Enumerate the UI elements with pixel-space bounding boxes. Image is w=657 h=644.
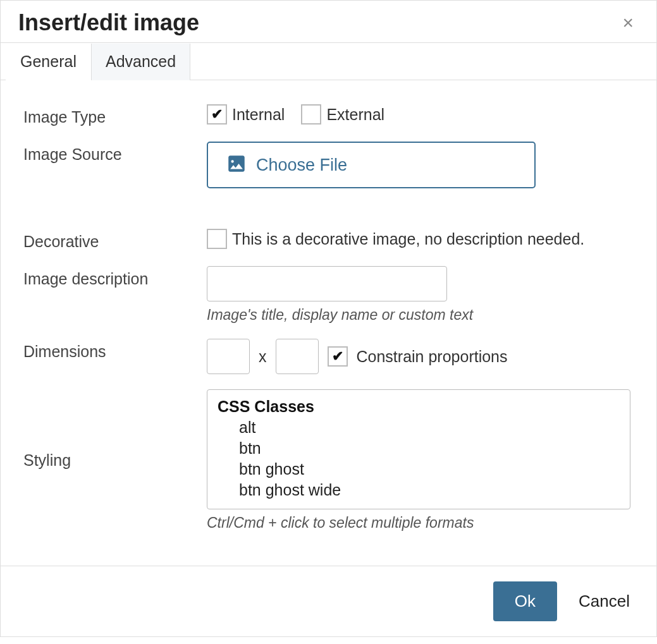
row-image-description: Image description Image's title, display…	[23, 266, 634, 324]
image-type-options: Internal External	[207, 104, 634, 125]
styling-listbox[interactable]: CSS Classes alt btn btn ghost btn ghost …	[207, 389, 630, 509]
image-description-input[interactable]	[207, 266, 447, 301]
checkbox-constrain[interactable]	[328, 346, 348, 367]
checkbox-external[interactable]	[301, 104, 321, 125]
label-image-type: Image Type	[23, 104, 207, 126]
styling-option[interactable]: btn ghost wide	[218, 480, 620, 501]
styling-option[interactable]: alt	[218, 417, 620, 438]
close-icon[interactable]: ×	[617, 11, 639, 35]
label-constrain: Constrain proportions	[357, 348, 508, 366]
dimensions-separator: x	[259, 348, 267, 366]
choose-file-button[interactable]: Choose File	[207, 142, 536, 188]
label-external: External	[326, 106, 384, 124]
checkbox-internal[interactable]	[207, 104, 227, 125]
image-description-hint: Image's title, display name or custom te…	[207, 307, 634, 324]
styling-group-header: CSS Classes	[218, 398, 620, 416]
dialog-header: Insert/edit image ×	[1, 1, 656, 42]
row-styling: Styling CSS Classes alt btn btn ghost bt…	[23, 389, 634, 532]
label-styling: Styling	[23, 451, 207, 470]
label-dimensions: Dimensions	[23, 339, 207, 361]
ok-button[interactable]: Ok	[493, 581, 557, 621]
styling-option[interactable]: btn ghost	[218, 459, 620, 480]
row-image-type: Image Type Internal External	[23, 104, 634, 126]
tab-general[interactable]: General	[6, 44, 91, 80]
decorative-option: This is a decorative image, no descripti…	[207, 229, 634, 249]
image-icon	[226, 153, 247, 177]
label-image-source: Image Source	[23, 142, 207, 164]
dimensions-fields: x Constrain proportions	[207, 339, 634, 374]
label-internal: Internal	[232, 106, 285, 124]
dialog-title: Insert/edit image	[18, 9, 199, 36]
width-input[interactable]	[207, 339, 250, 374]
row-image-source: Image Source Choose File	[23, 142, 634, 188]
cancel-button[interactable]: Cancel	[575, 591, 634, 612]
dialog-footer: Ok Cancel	[1, 566, 656, 636]
insert-edit-image-dialog: Insert/edit image × General Advanced Ima…	[0, 0, 657, 637]
tab-advanced[interactable]: Advanced	[91, 44, 190, 80]
styling-hint: Ctrl/Cmd + click to select multiple form…	[207, 514, 634, 532]
checkbox-decorative[interactable]	[207, 229, 227, 249]
tab-bar: General Advanced	[1, 42, 656, 80]
dialog-body: Image Type Internal External Image Sourc…	[1, 80, 656, 566]
choose-file-label: Choose File	[256, 155, 347, 175]
row-dimensions: Dimensions x Constrain proportions	[23, 339, 634, 374]
label-decorative-text: This is a decorative image, no descripti…	[232, 230, 584, 248]
label-decorative: Decorative	[23, 229, 207, 251]
height-input[interactable]	[276, 339, 319, 374]
row-decorative: Decorative This is a decorative image, n…	[23, 229, 634, 251]
label-image-description: Image description	[23, 266, 207, 288]
styling-option[interactable]: btn	[218, 438, 620, 459]
